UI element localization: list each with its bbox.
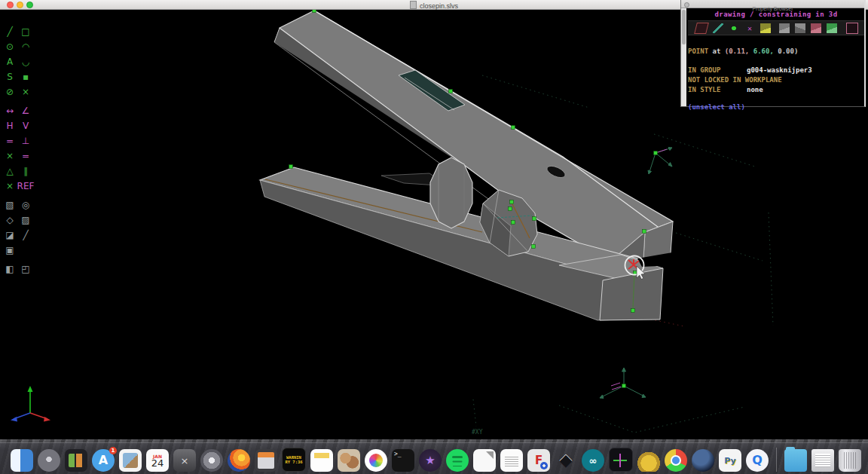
link-icon[interactable] xyxy=(846,23,858,34)
dock-folders xyxy=(784,449,861,472)
tangent-arc-tool[interactable]: ◡ xyxy=(19,56,32,68)
split-entities-tool[interactable]: × xyxy=(19,86,32,98)
dock-photos[interactable] xyxy=(365,449,387,472)
dock-system-preferences[interactable] xyxy=(200,449,223,472)
dock-calendar[interactable]: JAN 24 xyxy=(146,449,169,472)
property-browser-close-button[interactable] xyxy=(684,2,689,8)
badge: 1 xyxy=(109,447,117,454)
point-tool[interactable]: ▪ xyxy=(19,71,32,83)
dock-trash[interactable] xyxy=(839,449,861,472)
sketch-in-3d-tool[interactable]: ╱ xyxy=(19,229,32,241)
arc-tool[interactable]: ◠ xyxy=(19,41,32,53)
dock-preview[interactable] xyxy=(119,449,142,472)
dock-calculator[interactable] xyxy=(255,449,277,472)
translate-icon[interactable] xyxy=(827,23,837,33)
equal-tool[interactable]: = xyxy=(3,135,17,147)
spring-coil[interactable] xyxy=(430,157,472,228)
on-entity-tool[interactable]: × xyxy=(3,150,17,162)
perpendicular-tool[interactable]: ⊥ xyxy=(19,135,32,147)
dock-launchpad[interactable] xyxy=(38,449,60,472)
document-icon xyxy=(410,1,417,9)
tool-palette: ╱□⊙◠A◡S▪⊘× ↔∠HV=⊥×=△∥×REF ▧◎◇▨◪╱▣ ◧◰ xyxy=(3,26,33,282)
property-browser-window[interactable]: Property Browser drawing / constraining … xyxy=(680,0,866,107)
property-row: IN GROUPg004-wasknijper3 xyxy=(688,66,864,75)
bisector-tool[interactable]: × xyxy=(3,180,17,192)
line-tool[interactable]: ╱ xyxy=(3,26,17,38)
constraint-tool-group: ↔∠HV=⊥×=△∥×REF xyxy=(3,105,33,192)
symmetric-tool[interactable]: △ xyxy=(3,165,17,177)
construction-icon[interactable]: ✕ xyxy=(744,23,755,33)
equal-length-tool[interactable]: = xyxy=(19,150,32,162)
dock-arduino[interactable]: ∞ xyxy=(582,449,604,472)
dock-documents-stack[interactable] xyxy=(811,449,834,472)
dock-finder[interactable] xyxy=(11,449,33,472)
dock-freecad[interactable]: F xyxy=(527,449,550,472)
property-browser-scrollbar[interactable] xyxy=(681,8,686,106)
dock-notes[interactable] xyxy=(310,449,333,472)
dock-utilities[interactable]: × xyxy=(173,449,196,472)
line-segment-icon[interactable] xyxy=(713,23,723,33)
dock-textedit[interactable] xyxy=(500,449,523,472)
workplane-label: #XY xyxy=(472,429,483,436)
dock-stickies[interactable] xyxy=(338,449,360,472)
group-icon-row: ✕ xyxy=(688,20,864,35)
scrollbar-thumb[interactable] xyxy=(682,10,686,44)
translate-group-tool[interactable]: ▨ xyxy=(19,214,32,226)
dock-terminal[interactable]: >_ xyxy=(392,449,414,472)
link-group-tool[interactable]: ▣ xyxy=(3,244,17,256)
extrude-group-tool[interactable]: ▧ xyxy=(3,199,17,211)
boolean-difference-tool[interactable]: ◰ xyxy=(19,263,32,275)
dock-app-store[interactable]: A 1 xyxy=(92,449,115,472)
sketch-tool-group: ╱□⊙◠A◡S▪⊘× xyxy=(3,26,33,98)
dock-teapot-app[interactable] xyxy=(637,449,660,472)
helix-icon[interactable] xyxy=(811,23,821,33)
unselect-all-link[interactable]: (unselect all) xyxy=(688,103,745,111)
extrude-icon[interactable] xyxy=(760,23,771,33)
rotate-group-tool[interactable]: ◇ xyxy=(3,214,17,226)
distance-tool[interactable]: ↔ xyxy=(3,105,17,117)
group-tool-group: ▧◎◇▨◪╱▣ xyxy=(3,199,33,256)
reference-tool[interactable]: REF xyxy=(19,180,32,192)
dock-libreoffice[interactable] xyxy=(473,449,496,472)
dock-imovie[interactable]: ★ xyxy=(419,449,442,472)
dock-folder[interactable] xyxy=(784,449,807,472)
mode-header: drawing / constraining in 3d xyxy=(688,8,864,18)
lathe-group-tool[interactable]: ◎ xyxy=(19,199,32,211)
dock-apps: A 1 JAN 24 × xyxy=(11,448,769,472)
construction-tool[interactable]: ⊘ xyxy=(3,86,17,98)
dock-solvespace[interactable] xyxy=(609,448,633,472)
property-browser-titlebar[interactable]: Property Browser xyxy=(681,0,864,8)
spline-tool[interactable]: S xyxy=(3,71,17,83)
point-properties: IN GROUPg004-wasknijper3 NOT LOCKED IN W… xyxy=(688,66,864,95)
dock-firefox[interactable] xyxy=(228,449,250,472)
sketch-in-plane-tool[interactable]: ◪ xyxy=(3,229,17,241)
boolean-union-tool[interactable]: ◧ xyxy=(3,263,17,275)
dock-inkscape[interactable]: ◆ xyxy=(555,449,577,472)
text-tool[interactable]: A xyxy=(3,56,17,68)
dock-separator xyxy=(776,448,777,472)
dock-mission-control[interactable] xyxy=(65,449,87,472)
horizontal-tool[interactable]: H xyxy=(3,120,17,132)
dock-retro-terminal[interactable]: WARNIN RY 7:36 xyxy=(282,448,306,472)
dock-spotify[interactable] xyxy=(446,449,469,472)
dock-chrome[interactable] xyxy=(665,449,687,472)
dock-python-idle[interactable]: Py xyxy=(719,449,741,472)
point-info-line: POINT at (0.11, 6.60, 0.00) xyxy=(688,47,864,55)
dock-quicktime[interactable]: Q xyxy=(746,449,769,472)
parallel-tool[interactable]: ∥ xyxy=(19,165,32,177)
rectangle-tool[interactable]: □ xyxy=(19,26,32,38)
angle-tool[interactable]: ∠ xyxy=(19,105,32,117)
dock: A 1 JAN 24 × xyxy=(0,439,868,474)
property-row: IN STYLEnone xyxy=(688,85,864,95)
lathe-icon[interactable] xyxy=(779,23,790,33)
revolve-icon[interactable] xyxy=(795,23,805,33)
solvespace-screen: #XY xyxy=(0,0,868,474)
point-icon[interactable] xyxy=(729,23,739,33)
vertical-tool[interactable]: V xyxy=(19,120,32,132)
dock-earth-browser[interactable] xyxy=(692,449,714,472)
circle-tool[interactable]: ⊙ xyxy=(3,41,17,53)
workplane-icon[interactable] xyxy=(694,23,709,34)
boolean-tool-group: ◧◰ xyxy=(3,263,33,275)
property-row: NOT LOCKED IN WORKPLANE xyxy=(688,75,864,85)
